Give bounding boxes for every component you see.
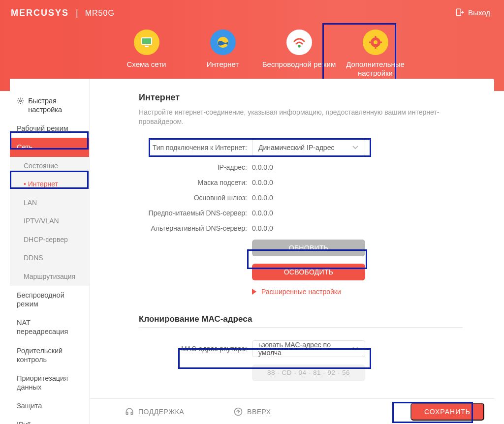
svg-rect-8 [375, 36, 376, 38]
nav-internet[interactable]: Интернет [185, 27, 261, 78]
sidebar-sub-ddns[interactable]: DDNS [10, 249, 89, 268]
headset-icon [125, 407, 134, 417]
scheme-icon [134, 30, 159, 55]
sidebar-mode[interactable]: Рабочий режим [10, 119, 89, 138]
footer: ПОДДЕРЖКА ВВЕРХ СОХРАНИТЬ [90, 398, 494, 424]
gear-icon [363, 30, 388, 55]
logout-button[interactable]: Выход [455, 8, 490, 17]
mac-label: MAC-адрес роутера: [139, 345, 252, 353]
sidebar-sub-routing[interactable]: Маршрутизация [10, 268, 89, 286]
gw-label: Основной шлюз: [139, 194, 252, 202]
page-title: Интернет [139, 92, 463, 103]
ip-label: IP-адрес: [139, 163, 252, 171]
sidebar-sub-iptv[interactable]: IPTV/VLAN [10, 212, 89, 231]
svg-point-7 [374, 40, 378, 44]
sidebar: Быстрая настройка Рабочий режим Сеть Сос… [10, 79, 90, 424]
release-button[interactable]: ОСВОБОДИТЬ [252, 264, 365, 280]
sidebar-nat[interactable]: NAT переадресация [10, 313, 89, 341]
sidebar-security[interactable]: Защита [10, 396, 89, 415]
globe-icon [210, 30, 236, 55]
mac-clone-title: Клонирование МАС-адреса [139, 314, 463, 324]
support-button[interactable]: ПОДДЕРЖКА [125, 407, 184, 417]
svg-rect-9 [375, 46, 376, 49]
logout-icon [455, 8, 464, 17]
svg-rect-0 [456, 9, 461, 16]
mac-address-display: 88 - CD - 04 - 81 - 92 - 56 [252, 364, 365, 381]
brand: MERCUSYS | MR50G [11, 8, 115, 18]
arrow-up-icon [233, 407, 243, 417]
sidebar-parental[interactable]: Родительский контроль [10, 341, 89, 369]
dns2-label: Альтернативный DNS-сервер: [139, 224, 252, 232]
mask-label: Маска подсети: [139, 179, 252, 186]
chevron-down-icon [352, 144, 359, 151]
sidebar-qos[interactable]: Приоритезация данных [10, 369, 89, 396]
svg-rect-3 [145, 46, 149, 47]
sidebar-network-subs: Состояние Интернет LAN IPTV/VLAN DHCP-се… [10, 157, 89, 286]
dns1-value: 0.0.0.0 [252, 209, 273, 217]
advanced-settings-link[interactable]: Расширенные настройки [252, 288, 341, 296]
conn-type-label: Тип подключения к Интернет: [139, 144, 252, 151]
svg-rect-11 [379, 42, 382, 43]
save-button[interactable]: СОХРАНИТЬ [410, 403, 484, 421]
sidebar-network[interactable]: Сеть [10, 138, 89, 156]
content: Интернет Настройте интернет-соединение, … [90, 79, 494, 424]
main: Быстрая настройка Рабочий режим Сеть Сос… [10, 79, 494, 424]
brand-model: MR50G [85, 9, 115, 18]
wifi-icon [286, 30, 312, 55]
chevron-down-icon [352, 345, 359, 353]
mac-select[interactable]: ьзовать МАС-адрес по умолча [252, 340, 365, 357]
brand-logo: MERCUSYS [11, 8, 69, 18]
gear-outline-icon [17, 96, 24, 105]
svg-rect-10 [369, 42, 372, 43]
svg-point-12 [20, 100, 22, 102]
sidebar-sub-lan[interactable]: LAN [10, 194, 89, 212]
refresh-button[interactable]: ОБНОВИТЬ [252, 240, 365, 256]
ip-value: 0.0.0.0 [252, 163, 273, 171]
sidebar-ipv6[interactable]: IPv6 [10, 415, 89, 424]
top-nav: Схема сети Интернет Беспроводной режим Д… [0, 27, 504, 78]
sidebar-sub-dhcp[interactable]: DHCP-сервер [10, 231, 89, 249]
sidebar-quick-setup[interactable]: Быстрая настройка [10, 91, 89, 119]
scroll-top-button[interactable]: ВВЕРХ [233, 407, 271, 417]
nav-advanced[interactable]: Дополнительные настройки [337, 27, 413, 78]
sidebar-sub-status[interactable]: Состояние [10, 157, 89, 176]
gw-value: 0.0.0.0 [252, 194, 273, 202]
dns2-value: 0.0.0.0 [252, 224, 273, 232]
dns1-label: Предпочитаемый DNS-сервер: [139, 209, 252, 217]
page-subtitle: Настройте интернет-соединение, указывая … [139, 108, 463, 126]
nav-scheme[interactable]: Схема сети [108, 27, 185, 78]
header: MERCUSYS | MR50G Выход Схема сети Интерн… [0, 0, 504, 91]
svg-point-5 [298, 45, 301, 48]
conn-type-select[interactable]: Динамический IP-адрес [252, 139, 365, 156]
sidebar-wireless[interactable]: Беспроводной режим [10, 286, 89, 313]
sidebar-sub-internet[interactable]: Интернет [10, 175, 89, 194]
divider [139, 327, 463, 328]
mask-value: 0.0.0.0 [252, 179, 273, 186]
triangle-right-icon [252, 289, 256, 295]
svg-rect-2 [142, 38, 151, 44]
nav-wireless[interactable]: Беспроводной режим [261, 27, 337, 78]
